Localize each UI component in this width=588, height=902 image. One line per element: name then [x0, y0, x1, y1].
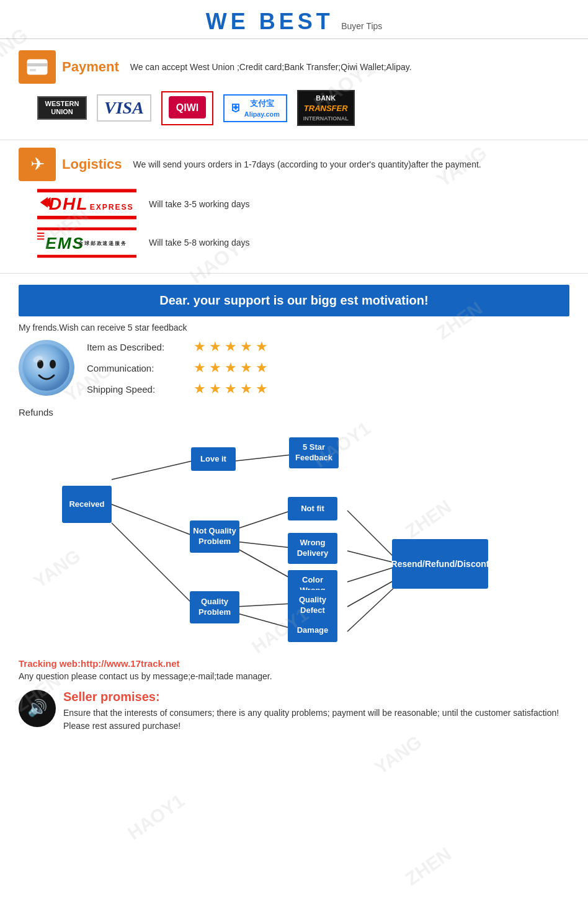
- page-header: WE BEST Buyer Tips: [0, 0, 588, 39]
- svg-text:🔊: 🔊: [27, 698, 48, 718]
- svg-rect-1: [27, 63, 47, 66]
- five-star-box: 5 Star Feedback: [289, 437, 339, 468]
- dhl-logo: DHL EXPRESS: [37, 189, 136, 220]
- svg-line-26: [112, 504, 192, 535]
- resend-box: Resend/Refund/Discont: [392, 539, 488, 589]
- logistics-text: We will send yours orders in 1-7days (ac…: [133, 159, 481, 169]
- seller-section: 🔊 Seller promises: Ensure that the inter…: [19, 690, 569, 733]
- payment-header-row: Payment We can accept West Union ;Credit…: [19, 50, 569, 84]
- star-2: ★: [209, 360, 221, 376]
- svg-line-29: [236, 511, 292, 529]
- star-2: ★: [209, 381, 221, 397]
- tracking-text: Any question please contact us by messag…: [19, 671, 569, 681]
- quality-defect-box: Quality Defect: [288, 590, 337, 621]
- refunds-diagram: Received Love it 5 Star Feedback Not Qua…: [31, 424, 502, 647]
- stars-section: Item as Described: ★ ★ ★ ★ ★ Communicati…: [19, 339, 569, 397]
- star-4: ★: [240, 360, 252, 376]
- speaker-icon: 🔊: [19, 690, 56, 727]
- smiley-face-icon: [19, 340, 74, 396]
- svg-rect-7: [37, 189, 136, 193]
- wrong-delivery-box: Wrong Delivery: [288, 533, 337, 564]
- svg-line-32: [236, 604, 292, 607]
- svg-rect-15: [37, 255, 136, 258]
- logistics-header-row: ✈ Logistics We will send yours orders in…: [19, 148, 569, 181]
- svg-line-38: [347, 585, 397, 632]
- svg-text:EXPRESS: EXPRESS: [90, 203, 134, 212]
- payment-section: Payment We can accept West Union ;Credit…: [0, 45, 588, 137]
- star-2: ★: [209, 339, 221, 355]
- shipping-speed-label: Shipping Speed:: [87, 384, 186, 395]
- shipping-speed-row: Shipping Speed: ★ ★ ★ ★ ★: [87, 381, 268, 397]
- svg-line-27: [112, 523, 192, 604]
- svg-line-25: [112, 461, 192, 480]
- star-1: ★: [194, 381, 206, 397]
- buyer-tips-label: Buyer Tips: [341, 21, 382, 31]
- seller-promises-body: Ensure that the interests of consumers; …: [63, 707, 569, 733]
- dhl-row: DHL EXPRESS Will take 3-5 working days: [37, 189, 569, 220]
- star-1: ★: [194, 360, 206, 376]
- svg-rect-0: [27, 60, 47, 74]
- svg-text:QIWI: QIWI: [176, 102, 198, 113]
- love-it-box: Love it: [191, 447, 236, 471]
- svg-text:✈: ✈: [30, 154, 45, 174]
- feedback-subtitle: My frends.Wish can receive 5 star feedba…: [19, 323, 588, 333]
- star-5: ★: [256, 360, 268, 376]
- quality-problem-box: Quality Problem: [190, 591, 239, 623]
- star-3: ★: [225, 339, 237, 355]
- star-1: ★: [194, 339, 206, 355]
- refunds-label: Refunds: [19, 407, 569, 418]
- refunds-section: Refunds: [19, 407, 569, 647]
- communication-row: Communication: ★ ★ ★ ★ ★: [87, 360, 268, 376]
- shipping-speed-stars: ★ ★ ★ ★ ★: [194, 381, 268, 397]
- star-3: ★: [225, 360, 237, 376]
- svg-rect-14: [37, 228, 136, 231]
- visa-logo: VISA: [97, 94, 151, 122]
- communication-stars: ★ ★ ★ ★ ★: [194, 360, 268, 376]
- not-fit-box: Not fit: [288, 497, 337, 520]
- dhl-days: Will take 3-5 working days: [149, 199, 250, 209]
- star-3: ★: [225, 381, 237, 397]
- feedback-banner: Dear. your support is our bigg est motiv…: [19, 285, 569, 316]
- star-5: ★: [256, 381, 268, 397]
- western-union-logo: WESTERNUNION: [37, 96, 87, 120]
- alipay-logo: ⛨ 支付宝Alipay.com: [223, 94, 287, 122]
- qiwi-logo: QIWI: [161, 91, 213, 125]
- svg-line-30: [236, 542, 292, 548]
- logistics-label: Logistics: [62, 156, 122, 172]
- feedback-stars-rows: Item as Described: ★ ★ ★ ★ ★ Communicati…: [87, 339, 268, 397]
- payment-label: Payment: [62, 59, 119, 75]
- ems-logo: EMS 全球邮政速递服务: [37, 227, 136, 258]
- svg-point-21: [23, 344, 70, 391]
- ems-days: Will take 5-8 working days: [149, 238, 250, 248]
- seller-text-block: Seller promises: Ensure that the interes…: [63, 690, 569, 733]
- item-described-stars: ★ ★ ★ ★ ★: [194, 339, 268, 355]
- tracking-link[interactable]: Tracking web:http://www.17track.net: [19, 658, 569, 669]
- svg-rect-8: [37, 216, 136, 220]
- ems-row: EMS 全球邮政速递服务 Will take 5-8 working days: [37, 227, 569, 258]
- damage-box: Damage: [288, 618, 337, 642]
- svg-text:全球邮政速递服务: 全球邮政速递服务: [78, 240, 127, 246]
- svg-line-28: [236, 455, 292, 461]
- bank-transfer-logo: BANK TRANSFER INTERNATIONAL: [297, 90, 355, 126]
- svg-line-33: [236, 613, 292, 628]
- received-box: Received: [62, 486, 112, 523]
- svg-point-23: [50, 360, 56, 368]
- star-4: ★: [240, 339, 252, 355]
- payment-icon: [19, 50, 56, 84]
- svg-rect-2: [30, 69, 36, 71]
- svg-line-35: [347, 551, 397, 563]
- item-described-row: Item as Described: ★ ★ ★ ★ ★: [87, 339, 268, 355]
- tracking-section: Tracking web:http://www.17track.net Any …: [19, 658, 569, 681]
- svg-line-31: [236, 548, 292, 579]
- logistics-icon: ✈: [19, 148, 56, 181]
- star-5: ★: [256, 339, 268, 355]
- communication-label: Communication:: [87, 363, 186, 373]
- svg-line-37: [347, 579, 397, 607]
- star-4: ★: [240, 381, 252, 397]
- payment-text: We can accept West Union ;Credit card;Ba…: [130, 62, 412, 72]
- not-quality-box: Not Quality Problem: [190, 520, 239, 553]
- svg-line-34: [347, 511, 397, 560]
- seller-promises-title: Seller promises:: [63, 690, 569, 704]
- site-title: WE BEST: [206, 9, 334, 34]
- item-described-label: Item as Described:: [87, 342, 186, 352]
